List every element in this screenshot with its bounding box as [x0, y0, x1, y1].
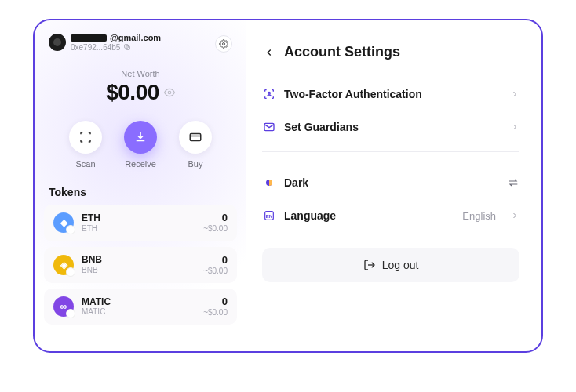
avatar[interactable] [49, 34, 66, 51]
settings-row-guardians[interactable]: Set Guardians [262, 111, 519, 143]
token-fiat: ~$0.00 [203, 224, 228, 234]
scan-label: Scan [75, 159, 95, 169]
logout-label: Log out [382, 259, 419, 271]
token-list: ◆ ETHETH 0~$0.00 ◈ BNBBNB 0~$0.00 ∞ MATI… [35, 205, 246, 325]
receive-icon [133, 130, 148, 144]
token-amount: 0 [203, 255, 228, 267]
token-sub: MATIC [82, 307, 111, 317]
twofa-icon [262, 87, 276, 101]
language-label: Language [284, 209, 336, 222]
logout-icon [363, 259, 376, 271]
scan-action[interactable]: Scan [69, 121, 102, 169]
svg-point-2 [223, 43, 225, 45]
token-amount: 0 [203, 296, 228, 308]
eth-icon: ◆ [53, 212, 74, 233]
net-worth: Net Worth $0.00 [35, 69, 246, 105]
receive-button[interactable] [124, 121, 157, 154]
buy-label: Buy [188, 159, 203, 169]
theme-toggle[interactable] [507, 176, 519, 189]
net-worth-value: $0.00 [106, 80, 159, 105]
token-sub: BNB [82, 266, 102, 275]
scan-icon [78, 130, 93, 144]
user-email: @gmail.com [71, 33, 161, 43]
guardians-icon [262, 120, 276, 134]
back-button[interactable] [262, 45, 276, 60]
wallet-panel: @gmail.com 0xe792...64b5 Net Worth $0.00 [35, 20, 246, 351]
token-fiat: ~$0.00 [203, 308, 228, 318]
divider [262, 151, 519, 152]
token-row-matic[interactable]: ∞ MATICMATIC 0~$0.00 [44, 289, 237, 325]
wallet-actions: Scan Receive Buy [35, 121, 246, 169]
address-text: 0xe792...64b5 [71, 43, 120, 53]
wallet-address[interactable]: 0xe792...64b5 [71, 43, 161, 53]
buy-button[interactable] [179, 121, 212, 154]
svg-point-5 [268, 92, 271, 94]
token-row-bnb[interactable]: ◈ BNBBNB 0~$0.00 [44, 247, 237, 283]
app-frame: @gmail.com 0xe792...64b5 Net Worth $0.00 [33, 19, 543, 353]
title-row: Account Settings [262, 44, 519, 60]
email-suffix: @gmail.com [110, 33, 161, 43]
tokens-header: Tokens [49, 186, 232, 198]
settings-row-language[interactable]: EN Language English [262, 199, 519, 232]
settings-panel: Account Settings Two-Factor Authenticati… [246, 20, 541, 351]
token-sub: ETH [82, 224, 100, 234]
settings-row-dark[interactable]: Dark [262, 166, 519, 199]
language-value: English [462, 210, 496, 222]
gear-icon [219, 39, 228, 49]
net-worth-label: Net Worth [35, 69, 246, 78]
chevron-left-icon [264, 47, 275, 58]
copy-icon[interactable] [123, 43, 131, 51]
chevron-right-icon [510, 122, 519, 132]
chevron-right-icon [510, 211, 519, 220]
language-icon: EN [262, 209, 276, 223]
dark-label: Dark [284, 176, 308, 189]
scan-button[interactable] [69, 121, 102, 154]
card-icon [188, 130, 202, 144]
dark-icon [262, 176, 276, 190]
bnb-icon: ◈ [53, 255, 74, 275]
buy-action[interactable]: Buy [179, 121, 212, 169]
svg-text:EN: EN [266, 214, 272, 219]
receive-action[interactable]: Receive [124, 121, 157, 169]
token-row-eth[interactable]: ◆ ETHETH 0~$0.00 [44, 205, 237, 241]
svg-point-3 [168, 91, 171, 94]
token-symbol: BNB [82, 255, 102, 266]
swap-icon [507, 176, 519, 189]
receive-label: Receive [125, 159, 156, 169]
token-amount: 0 [203, 212, 228, 224]
settings-button[interactable] [215, 35, 232, 53]
eye-icon[interactable] [164, 87, 175, 98]
page-title: Account Settings [284, 44, 400, 60]
chevron-right-icon [510, 89, 519, 99]
token-symbol: ETH [82, 213, 100, 224]
token-fiat: ~$0.00 [203, 267, 228, 276]
logout-button[interactable]: Log out [262, 248, 519, 282]
token-symbol: MATIC [82, 297, 111, 308]
redacted-text [71, 34, 107, 42]
svg-rect-4 [190, 134, 201, 141]
guardians-label: Set Guardians [284, 121, 359, 133]
matic-icon: ∞ [53, 296, 74, 317]
twofa-label: Two-Factor Authentication [284, 88, 422, 100]
user-header: @gmail.com 0xe792...64b5 [35, 33, 246, 52]
user-info: @gmail.com 0xe792...64b5 [71, 33, 161, 52]
settings-row-twofa[interactable]: Two-Factor Authentication [262, 78, 519, 111]
